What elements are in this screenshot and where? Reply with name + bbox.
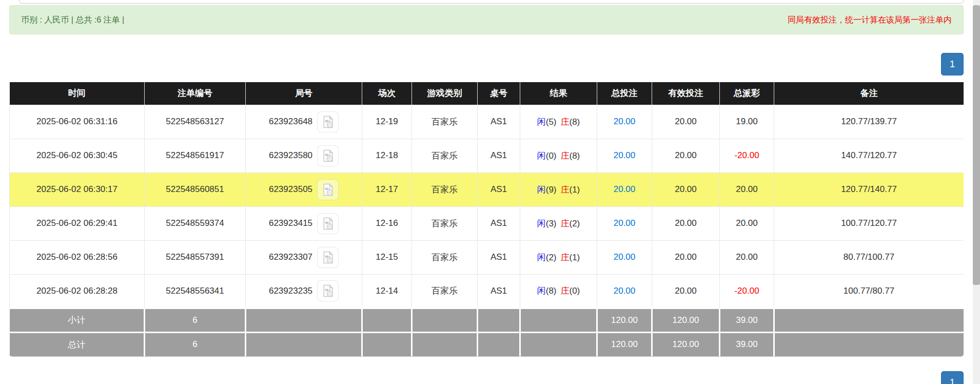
col-session: 场次 bbox=[362, 82, 412, 105]
result-banker-label: 庄 bbox=[561, 185, 570, 195]
result-player-score: (2) bbox=[546, 253, 557, 262]
cell-table-no: AS1 bbox=[478, 206, 520, 240]
grand-total-count: 6 bbox=[145, 332, 246, 356]
cell-session: 12-16 bbox=[362, 206, 412, 240]
result-player-label: 闲 bbox=[537, 117, 546, 127]
col-round-id: 局号 bbox=[246, 82, 362, 105]
cropped-panel-above bbox=[19, 0, 964, 4]
subtotal-label: 小计 bbox=[10, 308, 145, 332]
table-row: 2025-06-02 06:29:41 522548559374 6239234… bbox=[10, 206, 964, 240]
cell-total-bet[interactable]: 20.00 bbox=[597, 206, 652, 240]
video-file-icon bbox=[321, 217, 335, 231]
cell-valid-bet: 20.00 bbox=[652, 240, 720, 274]
result-player-label: 闲 bbox=[537, 219, 546, 228]
cell-time: 2025-06-02 06:30:17 bbox=[10, 172, 145, 206]
cell-valid-bet: 20.00 bbox=[652, 206, 720, 240]
cell-remark: 100.77/80.77 bbox=[774, 274, 964, 308]
cell-time: 2025-06-02 06:30:45 bbox=[10, 139, 145, 172]
result-player-score: (5) bbox=[546, 117, 557, 127]
cell-total-bet[interactable]: 20.00 bbox=[597, 172, 652, 206]
result-banker-label: 庄 bbox=[561, 151, 570, 161]
table-row: 2025-06-02 06:28:28 522548556341 6239232… bbox=[10, 274, 964, 308]
round-id-text: 623923580 bbox=[269, 150, 312, 161]
video-replay-button[interactable] bbox=[317, 145, 339, 166]
pagination-bottom: 1 bbox=[9, 371, 964, 384]
table-row: 2025-06-02 06:28:56 522548557391 6239233… bbox=[10, 240, 964, 274]
video-file-icon bbox=[321, 149, 335, 163]
cell-bet-id: 522548560851 bbox=[145, 172, 246, 206]
cell-game-type: 百家乐 bbox=[412, 274, 478, 308]
round-id-text: 623923505 bbox=[269, 184, 312, 195]
cell-round-id: 623923415 bbox=[246, 206, 362, 240]
video-replay-button[interactable] bbox=[317, 111, 339, 132]
page-1-button-bottom[interactable]: 1 bbox=[941, 371, 964, 384]
video-file-icon bbox=[321, 251, 335, 264]
cell-remark: 140.77/120.77 bbox=[774, 139, 964, 172]
subtotal-count: 6 bbox=[145, 308, 246, 332]
cell-bet-id: 522548559374 bbox=[145, 206, 246, 240]
cell-time: 2025-06-02 06:31:16 bbox=[10, 105, 145, 139]
vertical-scrollbar[interactable] bbox=[973, 0, 980, 384]
result-banker-score: (1) bbox=[570, 253, 580, 262]
cell-session: 12-19 bbox=[362, 105, 412, 139]
cell-table-no: AS1 bbox=[478, 274, 520, 308]
cell-table-no: AS1 bbox=[478, 105, 520, 139]
col-table-no: 桌号 bbox=[478, 82, 520, 105]
cell-game-type: 百家乐 bbox=[412, 139, 478, 172]
cell-total-bet[interactable]: 20.00 bbox=[597, 240, 652, 274]
subtotal-valid-bet: 120.00 bbox=[652, 308, 720, 332]
result-banker-score: (8) bbox=[570, 151, 580, 161]
video-file-icon bbox=[321, 115, 335, 129]
cell-round-id: 623923648 bbox=[246, 105, 362, 139]
result-player-score: (3) bbox=[546, 219, 557, 228]
table-row: 2025-06-02 06:31:16 522548563127 6239236… bbox=[10, 105, 964, 139]
video-replay-button[interactable] bbox=[317, 213, 339, 234]
col-result: 结果 bbox=[520, 82, 597, 105]
cell-game-type: 百家乐 bbox=[412, 240, 478, 274]
subtotal-total-bet: 120.00 bbox=[597, 308, 652, 332]
table-header-row: 时间 注单编号 局号 场次 游戏类别 桌号 结果 总投注 有效投注 总派彩 备注 bbox=[10, 82, 964, 105]
cell-session: 12-15 bbox=[362, 240, 412, 274]
scrollbar-thumb[interactable] bbox=[973, 5, 980, 285]
page-1-button-top[interactable]: 1 bbox=[941, 53, 964, 75]
round-id-text: 623923648 bbox=[269, 117, 312, 127]
grand-total-label: 总计 bbox=[10, 332, 145, 356]
cell-round-id: 623923307 bbox=[246, 240, 362, 274]
col-bet-id: 注单编号 bbox=[145, 82, 246, 105]
cell-table-no: AS1 bbox=[478, 139, 520, 172]
cell-time: 2025-06-02 06:29:41 bbox=[10, 206, 145, 240]
bet-records-table: 时间 注单编号 局号 场次 游戏类别 桌号 结果 总投注 有效投注 总派彩 备注… bbox=[9, 82, 964, 356]
result-player-score: (0) bbox=[546, 151, 557, 161]
video-replay-button[interactable] bbox=[317, 179, 339, 200]
cell-total-payout: -20.00 bbox=[720, 139, 774, 172]
cell-time: 2025-06-02 06:28:28 bbox=[10, 274, 145, 308]
video-file-icon bbox=[321, 284, 335, 298]
round-id-text: 623923307 bbox=[269, 252, 312, 262]
video-file-icon bbox=[321, 183, 335, 197]
cell-result: 闲(9)庄(1) bbox=[520, 172, 597, 206]
cell-result: 闲(2)庄(1) bbox=[520, 240, 597, 274]
result-banker-label: 庄 bbox=[561, 219, 570, 228]
cell-total-bet[interactable]: 20.00 bbox=[597, 274, 652, 308]
table-row: 2025-06-02 06:30:17 522548560851 6239235… bbox=[10, 172, 964, 206]
cell-round-id: 623923580 bbox=[246, 139, 362, 172]
result-player-label: 闲 bbox=[537, 185, 546, 195]
pagination-top: 1 bbox=[9, 53, 964, 75]
grand-total-row: 总计 6 120.00 120.00 39.00 bbox=[10, 332, 964, 356]
col-time: 时间 bbox=[10, 82, 145, 105]
table-row: 2025-06-02 06:30:45 522548561917 6239235… bbox=[10, 139, 964, 172]
cell-result: 闲(8)庄(0) bbox=[520, 274, 597, 308]
cell-result: 闲(3)庄(2) bbox=[520, 206, 597, 240]
cell-total-bet[interactable]: 20.00 bbox=[597, 105, 652, 139]
currency-total-text: 币别 : 人民币 | 总共 :6 注单 | bbox=[21, 13, 124, 26]
result-banker-label: 庄 bbox=[561, 286, 570, 296]
cell-total-payout: -20.00 bbox=[720, 274, 774, 308]
cell-total-bet[interactable]: 20.00 bbox=[597, 139, 652, 172]
bet-records-table-wrap: 时间 注单编号 局号 场次 游戏类别 桌号 结果 总投注 有效投注 总派彩 备注… bbox=[9, 82, 964, 356]
video-replay-button[interactable] bbox=[317, 247, 339, 268]
same-round-note-text: 同局有效投注，统一计算在该局第一张注单内 bbox=[788, 13, 952, 26]
video-replay-button[interactable] bbox=[317, 280, 339, 301]
cell-game-type: 百家乐 bbox=[412, 172, 478, 206]
cell-session: 12-17 bbox=[362, 172, 412, 206]
subtotal-total-payout: 39.00 bbox=[720, 308, 774, 332]
